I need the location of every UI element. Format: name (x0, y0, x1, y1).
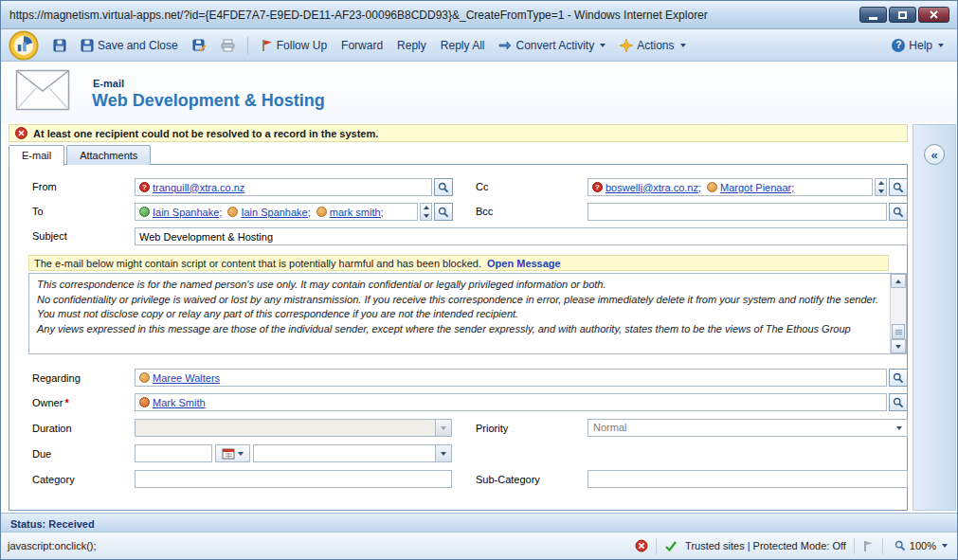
contact-icon (316, 207, 327, 217)
due-time-value (254, 445, 435, 461)
magnifier-icon (438, 207, 449, 218)
unresolved-recipient-icon: ? (139, 182, 150, 192)
from-lookup-button[interactable] (434, 178, 453, 196)
forward-button[interactable]: Forward (335, 36, 389, 55)
tab-attachments[interactable]: Attachments (66, 145, 151, 165)
window-controls (859, 7, 949, 23)
reply-button[interactable]: Reply (391, 36, 432, 55)
scroll-up-button[interactable] (891, 274, 906, 288)
print-button[interactable] (215, 36, 241, 55)
security-zone-text[interactable]: Trusted sites | Protected Mode: Off (685, 540, 846, 551)
actions-star-icon (620, 39, 633, 52)
save-button[interactable] (47, 36, 72, 55)
due-time-dropdown-button[interactable] (435, 445, 451, 461)
save-and-close-button[interactable]: Save and Close (75, 36, 184, 55)
unresolved-recipient-icon: ? (592, 182, 603, 192)
trusted-check-icon (664, 540, 678, 552)
regarding-name: Maree Walters (153, 372, 220, 384)
minimize-button[interactable] (859, 7, 887, 23)
help-icon: ? (892, 39, 905, 52)
tab-email[interactable]: E-mail (9, 145, 64, 166)
calendar-icon (222, 447, 235, 460)
subject-field[interactable]: Web Development & Hosting (135, 227, 908, 245)
owner-field[interactable]: Mark Smith (135, 393, 887, 411)
owner-lookup-button[interactable] (889, 393, 908, 411)
save-as-completed-button[interactable] (187, 36, 212, 55)
to-field[interactable]: Iain Spanhake; Iain Spanhake; mark smith… (135, 203, 418, 221)
save-and-close-icon (81, 39, 94, 52)
due-date-calendar-button[interactable] (215, 444, 250, 462)
help-button[interactable]: ? Help (886, 36, 949, 55)
from-field[interactable]: ? tranquill@xtra.co.nz (135, 178, 432, 196)
required-indicator: * (64, 397, 68, 408)
maximize-button[interactable] (889, 7, 916, 23)
zoom-control[interactable]: 100% (891, 538, 951, 553)
bcc-field[interactable] (587, 203, 887, 221)
follow-up-button[interactable]: Follow Up (255, 36, 333, 55)
magnifier-icon (895, 540, 906, 551)
reply-label: Reply (397, 39, 426, 52)
recipient-name: mark smith; (330, 207, 384, 218)
magnifier-icon (893, 397, 904, 408)
recipient-link[interactable]: mark smith; (316, 207, 384, 218)
cc-field[interactable]: ? boswellj@xtra.co.nz; Margot Pienaar; (587, 178, 873, 196)
form-assistant-collapsed-pane: « (913, 124, 956, 511)
close-button[interactable] (918, 7, 949, 23)
blocked-notice-text: The e-mail below might contain script or… (34, 258, 481, 269)
error-icon (15, 127, 27, 139)
due-date-input[interactable] (135, 444, 212, 462)
blocked-content-bar: The e-mail below might contain script or… (28, 255, 889, 271)
magnifier-icon (893, 207, 904, 218)
zoom-level: 100% (910, 540, 936, 551)
recipient-link[interactable]: ? tranquill@xtra.co.nz (139, 182, 244, 193)
recipient-link[interactable]: Iain Spanhake; (227, 207, 310, 218)
maximize-icon (898, 11, 907, 19)
chevron-down-icon (892, 420, 907, 436)
subcategory-input[interactable] (587, 470, 908, 488)
scroll-track[interactable] (891, 288, 906, 324)
bcc-lookup-button[interactable] (889, 203, 908, 221)
cc-spinner[interactable] (875, 178, 887, 196)
owner-label: Owner* (32, 397, 69, 408)
magnifier-icon (893, 182, 904, 193)
scroll-thumb[interactable] (892, 324, 905, 339)
due-time-combo[interactable] (253, 444, 452, 462)
print-icon (221, 39, 235, 52)
to-spinner[interactable] (420, 203, 432, 221)
contact-icon (707, 182, 717, 192)
titlebar[interactable]: https://magnetism.virtual-apps.net/?id={… (1, 1, 957, 29)
reply-all-button[interactable]: Reply All (435, 36, 491, 55)
recipient-link[interactable]: ? boswellj@xtra.co.nz; (592, 182, 701, 193)
subject-row: Web Development & Hosting (135, 227, 908, 245)
scroll-down-button[interactable] (891, 339, 906, 353)
owner-record-link[interactable]: Mark Smith (139, 397, 206, 408)
priority-select[interactable]: Normal (587, 419, 908, 437)
category-input[interactable] (135, 470, 452, 488)
due-label: Due (32, 448, 51, 460)
owner-name: Mark Smith (153, 397, 206, 408)
body-paragraph: No confidentiality or privilege is waive… (37, 293, 882, 322)
regarding-field[interactable]: Maree Walters (135, 369, 887, 387)
email-body-text: This correspondence is for the named per… (29, 274, 890, 353)
email-tab-content: From ? tranquill@xtra.co.nz Cc ? bo (9, 164, 908, 511)
regarding-record-link[interactable]: Maree Walters (139, 372, 220, 384)
open-message-link[interactable]: Open Message (487, 258, 561, 269)
cc-lookup-button[interactable] (889, 178, 908, 196)
cc-label: Cc (476, 181, 488, 192)
entity-type-label: E-mail (93, 78, 124, 89)
convert-activity-button[interactable]: Convert Activity (493, 36, 611, 55)
regarding-row: Maree Walters (135, 369, 908, 387)
ie-status-bar: javascript:onclick(); Trusted sites | Pr… (1, 532, 957, 559)
page-title: Web Development & Hosting (92, 91, 325, 111)
recipient-link[interactable]: Iain Spanhake; (139, 207, 222, 218)
recipient-name: tranquill@xtra.co.nz (153, 182, 244, 193)
expand-pane-button[interactable]: « (924, 144, 945, 165)
recipient-link[interactable]: Margot Pienaar; (707, 182, 794, 193)
to-lookup-button[interactable] (434, 203, 453, 221)
flag-icon (261, 39, 273, 52)
body-scrollbar[interactable] (890, 274, 906, 353)
regarding-lookup-button[interactable] (889, 369, 908, 387)
actions-button[interactable]: Actions (614, 36, 691, 55)
priority-label: Priority (476, 423, 508, 434)
subject-value: Web Development & Hosting (139, 231, 273, 243)
